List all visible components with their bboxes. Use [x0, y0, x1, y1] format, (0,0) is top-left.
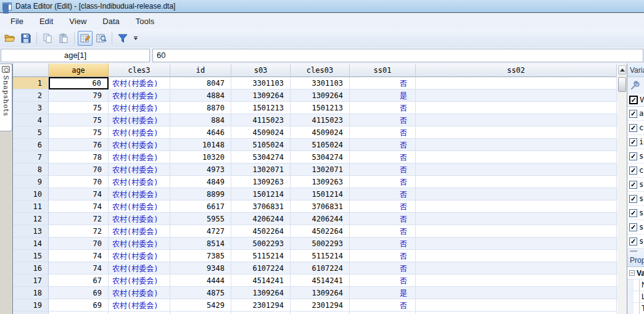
cell[interactable]: 3301103: [291, 77, 350, 89]
cell[interactable]: 74: [49, 200, 109, 213]
cell[interactable]: 农村(村委会): [109, 299, 170, 312]
cell[interactable]: 10320: [170, 151, 231, 163]
cell[interactable]: 农村(村委会): [109, 126, 170, 139]
row-header-4[interactable]: 4: [13, 114, 49, 126]
cell[interactable]: 否: [350, 262, 416, 275]
cell[interactable]: [291, 312, 350, 314]
cell[interactable]: 1309263: [231, 176, 291, 188]
row-header-9[interactable]: 9: [13, 176, 49, 188]
cell[interactable]: 72: [49, 225, 109, 238]
cell[interactable]: 5429: [170, 299, 231, 312]
variable-checkbox[interactable]: ✓: [629, 152, 637, 160]
variable-list-item[interactable]: ✓ss02: [627, 192, 644, 206]
cell[interactable]: [416, 114, 617, 126]
cell[interactable]: 74: [49, 250, 109, 262]
cell[interactable]: 农村(村委会): [109, 114, 170, 126]
menu-edit[interactable]: Edit: [31, 15, 61, 28]
row-header-19[interactable]: 19: [13, 299, 49, 312]
cell[interactable]: [416, 312, 617, 314]
cell[interactable]: 7385: [170, 250, 231, 262]
cell[interactable]: 农村(村委会): [109, 287, 170, 299]
cell[interactable]: 1302071: [291, 163, 350, 176]
row-header-5[interactable]: 5: [13, 126, 49, 139]
cell[interactable]: 5304274: [291, 151, 350, 163]
column-header-s03[interactable]: s03: [231, 64, 291, 77]
row-header-2[interactable]: 2: [13, 89, 49, 102]
cell[interactable]: 3706831: [291, 200, 350, 213]
collapse-icon[interactable]: −: [629, 270, 635, 276]
cell[interactable]: [49, 312, 109, 314]
cell[interactable]: 1501214: [231, 188, 291, 200]
cell[interactable]: 4646: [170, 126, 231, 139]
cell[interactable]: 否: [350, 114, 416, 126]
cell[interactable]: 4973: [170, 163, 231, 176]
cell[interactable]: 6617: [170, 200, 231, 213]
cell[interactable]: 否: [350, 163, 416, 176]
cell-value-box[interactable]: 60: [152, 49, 643, 62]
row-header-1[interactable]: 1: [13, 77, 49, 89]
cell[interactable]: 8047: [170, 77, 231, 89]
cell[interactable]: [416, 139, 617, 151]
cell[interactable]: 2301294: [291, 299, 350, 312]
cell[interactable]: 69: [49, 287, 109, 299]
cell[interactable]: [416, 275, 617, 287]
cell[interactable]: 1309264: [291, 287, 350, 299]
variable-list-item[interactable]: ✓s: [627, 220, 644, 234]
cell[interactable]: 是: [350, 287, 416, 299]
row-header-13[interactable]: 13: [13, 225, 49, 238]
cell[interactable]: 70: [49, 238, 109, 250]
cell[interactable]: 74: [49, 188, 109, 200]
cell[interactable]: [416, 299, 617, 312]
cell[interactable]: 农村(村委会): [109, 151, 170, 163]
cell[interactable]: 农村(村委会): [109, 213, 170, 225]
cell[interactable]: [109, 312, 170, 314]
variable-list-item[interactable]: ✓id: [627, 135, 644, 149]
menu-data[interactable]: Data: [94, 15, 127, 28]
cell[interactable]: [416, 89, 617, 102]
properties-group-row[interactable]: − Variables: [627, 267, 644, 279]
cell[interactable]: [416, 77, 617, 89]
open-button[interactable]: [2, 31, 17, 46]
variable-list-item[interactable]: ✓s03: [627, 149, 644, 163]
cell[interactable]: 4444: [170, 275, 231, 287]
select-all-checkbox[interactable]: ✓: [629, 96, 638, 104]
cell[interactable]: 72: [49, 213, 109, 225]
cell[interactable]: 1501214: [291, 188, 350, 200]
cell[interactable]: 农村(村委会): [109, 102, 170, 114]
row-header-10[interactable]: 10: [13, 188, 49, 200]
cell[interactable]: 5115214: [231, 250, 291, 262]
cell[interactable]: 否: [350, 126, 416, 139]
cell[interactable]: 否: [350, 139, 416, 151]
variable-list-item[interactable]: ✓ss01: [627, 178, 644, 192]
variable-list-item[interactable]: ✓s: [627, 234, 644, 249]
selected-cell[interactable]: 60: [49, 77, 109, 89]
row-header-15[interactable]: 15: [13, 250, 49, 262]
cell[interactable]: 否: [350, 299, 416, 312]
cell[interactable]: 农村(村委会): [109, 188, 170, 200]
cell[interactable]: 69: [49, 299, 109, 312]
cell[interactable]: 5002293: [291, 238, 350, 250]
save-button[interactable]: [19, 31, 33, 46]
cell[interactable]: 78: [49, 151, 109, 163]
cell[interactable]: 3301103: [231, 77, 291, 89]
property-row-name[interactable]: Name: [627, 279, 644, 291]
row-header-18[interactable]: 18: [13, 287, 49, 299]
cell[interactable]: [416, 225, 617, 238]
cell[interactable]: 否: [350, 188, 416, 200]
cell[interactable]: 6107224: [231, 262, 291, 275]
cell[interactable]: 8870: [170, 102, 231, 114]
cell[interactable]: 农村(村委会): [109, 262, 170, 275]
cell[interactable]: 5105024: [291, 139, 350, 151]
cell[interactable]: 农村(村委会): [109, 200, 170, 213]
variable-list-item[interactable]: ✓s: [627, 206, 644, 220]
cell[interactable]: 70: [49, 176, 109, 188]
toolbar-overflow-button[interactable]: [132, 31, 139, 45]
cell[interactable]: 4502264: [231, 225, 291, 238]
cell[interactable]: 4875: [170, 287, 231, 299]
cell[interactable]: 4727: [170, 225, 231, 238]
scrollbar-thumb[interactable]: [618, 77, 626, 92]
cell[interactable]: [416, 287, 617, 299]
cell[interactable]: [416, 102, 617, 114]
cell-reference-box[interactable]: age[1]: [1, 49, 150, 62]
row-header-14[interactable]: 14: [13, 238, 49, 250]
